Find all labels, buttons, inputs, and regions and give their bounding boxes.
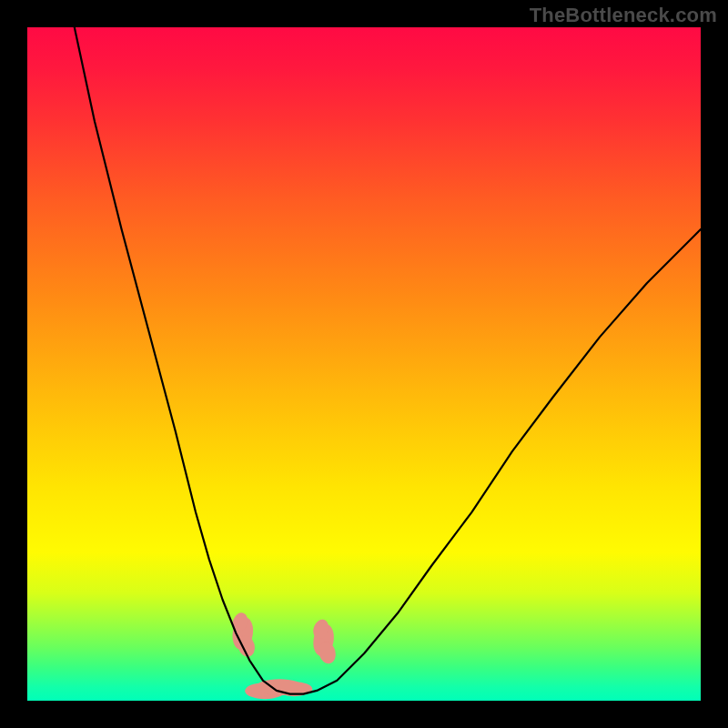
left-pink-blob bbox=[230, 611, 258, 659]
chart-frame: TheBottleneck.com bbox=[0, 0, 728, 728]
bottom-pink-blob bbox=[245, 679, 312, 699]
right-pink-blob bbox=[310, 617, 338, 665]
watermark-text: TheBottleneck.com bbox=[530, 4, 717, 27]
bottleneck-curve-line bbox=[75, 27, 701, 694]
plot-area bbox=[27, 27, 701, 701]
curve-layer bbox=[27, 27, 701, 701]
